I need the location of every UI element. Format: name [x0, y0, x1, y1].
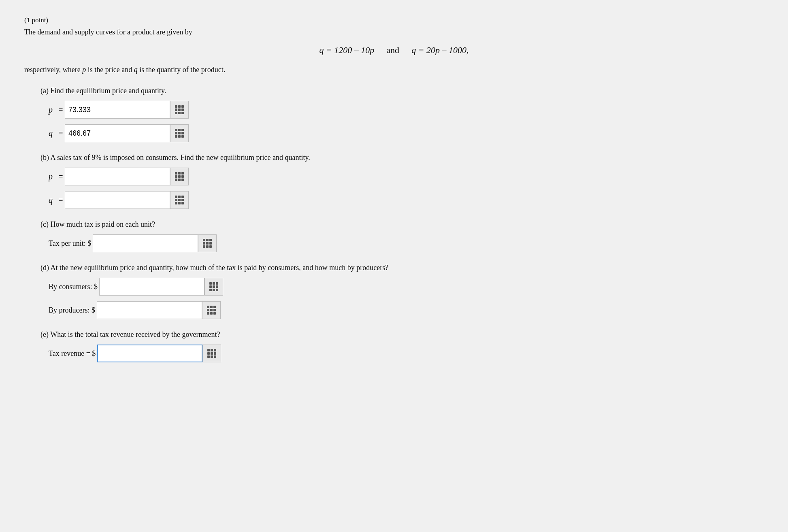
- part-a-p-row: p =: [24, 101, 764, 119]
- part-e-revenue-input[interactable]: [97, 345, 202, 362]
- part-a-p-grid-button[interactable]: [170, 101, 189, 119]
- grid-icon: [175, 172, 184, 181]
- part-b-p-input[interactable]: [65, 168, 170, 185]
- part-d-consumers-row: By consumers: $: [24, 278, 764, 296]
- part-a-p-input[interactable]: [65, 101, 170, 119]
- part-a-q-grid-button[interactable]: [170, 124, 189, 142]
- part-b-q-grid-button[interactable]: [170, 191, 189, 209]
- part-c-label: (c) How much tax is paid on each unit?: [24, 220, 764, 229]
- section-b: (b) A sales tax of 9% is imposed on cons…: [24, 153, 764, 209]
- supply-equation: q = 20p – 1000,: [411, 45, 469, 55]
- part-d-producers-prefix: By producers: $: [49, 306, 95, 315]
- part-a-q-input[interactable]: [65, 124, 170, 142]
- grid-icon: [175, 105, 184, 114]
- part-d-consumers-input[interactable]: [99, 278, 204, 296]
- part-c-tax-row: Tax per unit: $: [24, 234, 764, 252]
- part-a-label: (a) Find the equilibrium price and quant…: [24, 87, 764, 95]
- part-b-p-grid-button[interactable]: [170, 168, 189, 185]
- grid-icon: [209, 282, 218, 291]
- equation-line: q = 1200 – 10p and q = 20p – 1000,: [24, 45, 764, 55]
- part-a-q-label: q =: [49, 129, 65, 138]
- part-c-tax-input[interactable]: [93, 234, 198, 252]
- part-e-prefix: Tax revenue = $: [49, 349, 96, 358]
- part-b-p-label: p =: [49, 172, 65, 181]
- section-a: (a) Find the equilibrium price and quant…: [24, 87, 764, 142]
- demand-equation: q = 1200 – 10p: [319, 45, 375, 55]
- part-a-q-row: q =: [24, 124, 764, 142]
- part-b-q-input[interactable]: [65, 191, 170, 209]
- grid-icon: [207, 306, 216, 315]
- section-e: (e) What is the total tax revenue receiv…: [24, 330, 764, 362]
- respectively-text: respectively, where p is the price and q…: [24, 64, 764, 75]
- part-d-producers-row: By producers: $: [24, 301, 764, 319]
- grid-icon: [203, 239, 212, 248]
- part-d-label: (d) At the new equilibrium price and qua…: [24, 264, 764, 272]
- part-d-producers-input[interactable]: [97, 301, 202, 319]
- grid-icon: [207, 349, 216, 358]
- grid-icon: [175, 129, 184, 138]
- page-container: (1 point) The demand and supply curves f…: [24, 16, 764, 362]
- part-b-q-row: q =: [24, 191, 764, 209]
- part-b-label: (b) A sales tax of 9% is imposed on cons…: [24, 153, 764, 162]
- section-c: (c) How much tax is paid on each unit? T…: [24, 220, 764, 252]
- part-a-p-label: p =: [49, 105, 65, 115]
- intro-text: The demand and supply curves for a produ…: [24, 27, 764, 38]
- part-d-consumers-grid-button[interactable]: [204, 278, 223, 296]
- part-d-producers-grid-button[interactable]: [202, 301, 221, 319]
- part-d-consumers-prefix: By consumers: $: [49, 283, 98, 291]
- part-b-p-row: p =: [24, 168, 764, 185]
- grid-icon: [175, 196, 184, 204]
- part-e-revenue-row: Tax revenue = $: [24, 345, 764, 362]
- section-d: (d) At the new equilibrium price and qua…: [24, 264, 764, 319]
- part-c-prefix: Tax per unit: $: [49, 239, 91, 248]
- equation-connector: and: [386, 45, 399, 55]
- part-b-q-label: q =: [49, 196, 65, 205]
- part-c-grid-button[interactable]: [198, 234, 217, 252]
- part-e-label: (e) What is the total tax revenue receiv…: [24, 330, 764, 339]
- point-label: (1 point): [24, 16, 764, 24]
- part-e-grid-button[interactable]: [202, 345, 221, 362]
